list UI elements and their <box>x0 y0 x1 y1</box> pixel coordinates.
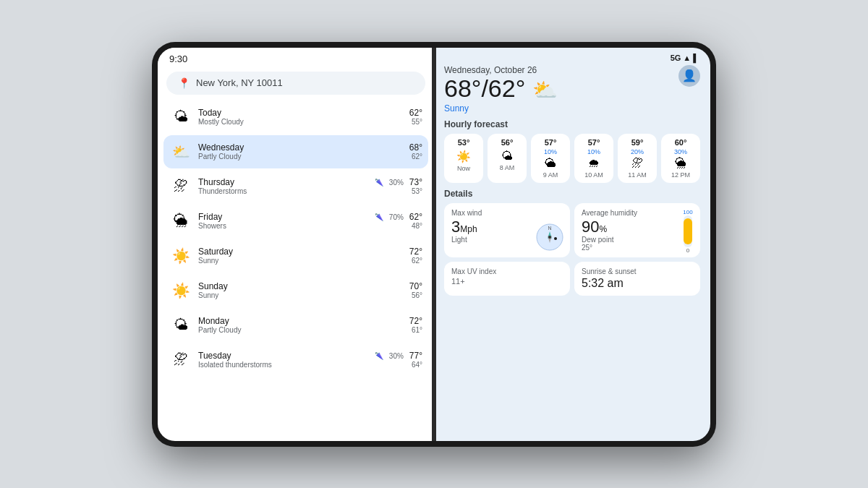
uv-title: Max UV index <box>451 267 563 275</box>
current-date-block: Wednesday, October 26 68°/62° ⛅ <box>444 65 558 102</box>
details-title: Details <box>444 189 700 199</box>
forecast-item[interactable]: 🌦 Friday Showers 🌂70% 62° 48° <box>163 205 428 238</box>
current-condition: Sunny <box>444 103 700 114</box>
forecast-item[interactable]: 🌤 Today Mostly Cloudy 62° 55° <box>163 100 428 134</box>
forecast-item[interactable]: 🌤 Monday Partly Cloudy 72° 61° <box>163 309 428 342</box>
temp-low: 56° <box>412 291 422 299</box>
forecast-weather-icon: ☀️ <box>169 244 192 267</box>
sunrise-value: 5:32 am <box>582 277 693 290</box>
right-content: Wednesday, October 26 68°/62° ⛅ 👤 Sunny … <box>434 65 710 441</box>
temp-low: 55° <box>412 118 422 126</box>
forecast-desc: Mostly Cloudy <box>198 118 409 126</box>
forecast-info: Thursday Thunderstorms <box>192 177 375 195</box>
uv-card: Max UV index 11+ <box>444 262 570 296</box>
forecast-desc: Isolated thunderstorms <box>198 361 375 369</box>
humidity-value: 90% <box>582 218 693 236</box>
hourly-temp: 59° <box>631 138 644 147</box>
rain-icon: 🌂 <box>375 179 383 187</box>
temp-low: 62° <box>412 257 422 265</box>
wind-title: Max wind <box>451 209 563 217</box>
forecast-day: Monday <box>198 316 409 326</box>
hourly-temp: 57° <box>545 138 557 147</box>
forecast-list: 🌤 Today Mostly Cloudy 62° 55° ⛅ Wednesda… <box>158 100 434 441</box>
hourly-item: 56° 🌤 8 AM <box>488 134 527 183</box>
forecast-day: Today <box>198 108 409 118</box>
forecast-info: Tuesday Isolated thunderstorms <box>192 351 375 369</box>
status-bar-right: 5G ▲ ▌ <box>434 48 710 65</box>
hourly-temp: 56° <box>501 138 514 147</box>
forecast-day: Friday <box>198 212 375 222</box>
temp-high: 77° <box>409 351 422 361</box>
temp-low: 64° <box>412 361 422 369</box>
clock: 9:30 <box>169 53 187 64</box>
phone-device: 9:30 📍 New York, NY 10011 🌤 Today Mostly… <box>152 42 716 447</box>
hinge <box>432 48 436 441</box>
location-text: New York, NY 10011 <box>196 77 283 88</box>
forecast-temps: 🌂30% 77° 64° <box>375 351 422 369</box>
temp-high: 73° <box>409 177 422 187</box>
hourly-weather-icon: ⛈ <box>631 157 643 170</box>
hourly-rain: 30% <box>674 148 687 155</box>
humidity-bar-icon <box>681 215 694 247</box>
hourly-item: 53° ☀️ Now <box>444 134 483 183</box>
sunrise-title: Sunrise & sunset <box>582 267 693 275</box>
svg-point-4 <box>548 236 551 239</box>
hourly-temp: 53° <box>458 138 470 147</box>
forecast-item[interactable]: ⛈ Thursday Thunderstorms 🌂30% 73° 53° <box>163 170 428 203</box>
forecast-day: Wednesday <box>198 142 409 153</box>
forecast-item[interactable]: ☀️ Saturday Sunny 72° 62° <box>163 239 428 273</box>
forecast-weather-icon: ⛅ <box>169 140 192 163</box>
hourly-item: 57° 10% 🌥 9 AM <box>531 134 570 183</box>
forecast-desc: Partly Cloudy <box>198 153 409 160</box>
hourly-grid: 53° ☀️ Now 56° 🌤 8 AM 57° 10% 🌥 9 AM 57°… <box>444 134 700 183</box>
phone-screen: 9:30 📍 New York, NY 10011 🌤 Today Mostly… <box>158 48 710 441</box>
sunrise-card: Sunrise & sunset 5:32 am <box>574 262 700 296</box>
avatar[interactable]: 👤 <box>678 65 700 87</box>
humidity-title: Average humidity <box>582 209 693 217</box>
hourly-weather-icon: 🌧 <box>588 157 600 170</box>
5g-label: 5G <box>671 53 681 62</box>
humidity-sub: Dew point 25° <box>582 236 693 252</box>
forecast-weather-icon: ⛈ <box>169 348 192 372</box>
temp-low: 61° <box>412 326 422 334</box>
current-temp: 68°/62° ⛅ <box>444 75 558 102</box>
signal-icon: ▲ <box>683 53 691 62</box>
forecast-item[interactable]: ⛅ Wednesday Partly Cloudy 68° 62° <box>163 135 428 168</box>
forecast-day: Saturday <box>198 247 409 257</box>
uv-value: 11+ <box>451 277 563 286</box>
current-weather-icon: ⛅ <box>532 79 558 101</box>
rain-chance: 70% <box>389 213 404 221</box>
forecast-info: Saturday Sunny <box>192 247 409 265</box>
forecast-item[interactable]: ☀️ Sunday Sunny 70° 56° <box>163 274 428 307</box>
hourly-time: 8 AM <box>500 164 515 171</box>
hourly-temp: 57° <box>588 138 600 147</box>
forecast-info: Sunday Sunny <box>192 281 409 299</box>
location-search[interactable]: 📍 New York, NY 10011 <box>166 72 425 95</box>
forecast-desc: Thunderstorms <box>198 187 375 195</box>
details-section: Details Max wind 3Mph Light <box>444 189 700 296</box>
forecast-temps: 68° 62° <box>409 142 422 160</box>
hourly-time: 10 AM <box>584 171 603 179</box>
forecast-weather-icon: ☀️ <box>169 279 192 302</box>
right-panel: 5G ▲ ▌ Wednesday, October 26 68°/62° ⛅ <box>434 48 710 441</box>
temp-high: 70° <box>409 281 422 291</box>
hourly-time: 12 PM <box>671 171 690 179</box>
hourly-weather-icon: ☀️ <box>456 150 471 163</box>
forecast-temps: 70° 56° <box>409 281 422 299</box>
wind-compass-icon: N <box>535 223 564 252</box>
hourly-time: Now <box>457 165 470 172</box>
forecast-desc: Sunny <box>198 291 409 299</box>
svg-rect-7 <box>684 218 692 244</box>
hourly-title: Hourly forecast <box>444 119 700 129</box>
forecast-info: Friday Showers <box>192 212 375 230</box>
forecast-desc: Showers <box>198 222 375 230</box>
hourly-time: 9 AM <box>543 171 558 179</box>
status-bar-left: 9:30 <box>158 48 434 67</box>
hourly-item: 60° 30% 🌦 12 PM <box>661 134 700 183</box>
wind-unit: Mph <box>460 224 477 234</box>
temp-high: 72° <box>409 316 422 326</box>
rain-chance: 30% <box>389 179 404 187</box>
forecast-item[interactable]: ⛈ Tuesday Isolated thunderstorms 🌂30% 77… <box>163 343 428 377</box>
forecast-temps: 🌂70% 62° 48° <box>375 212 422 230</box>
hourly-time: 11 AM <box>628 171 647 179</box>
